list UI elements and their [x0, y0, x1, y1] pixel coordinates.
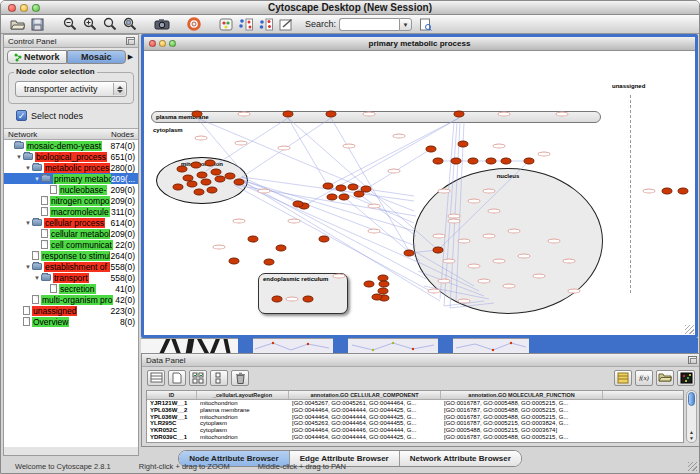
node-label-oval[interactable]: [438, 279, 451, 284]
zoom-selected-icon[interactable]: [121, 16, 138, 32]
expand-arrow-icon[interactable]: ▼: [33, 275, 41, 281]
node-label-oval[interactable]: [498, 112, 511, 117]
network-node[interactable]: [201, 179, 212, 186]
window-border[interactable]: [529, 338, 698, 353]
node-label-oval[interactable]: [533, 274, 546, 279]
network-node[interactable]: [272, 296, 283, 303]
frame-minimize-button[interactable]: [159, 40, 166, 47]
select-nodes-checkbox[interactable]: [16, 110, 27, 121]
window-border[interactable]: [438, 338, 453, 353]
tree-item[interactable]: multi-organism pro42(0): [4, 294, 138, 305]
network-node[interactable]: [372, 294, 383, 301]
node-label-oval[interactable]: [493, 144, 506, 149]
show-all-nodes-icon[interactable]: [257, 16, 274, 32]
node-label-oval[interactable]: [518, 254, 531, 259]
scroll-down-icon[interactable]: ▼: [689, 435, 694, 441]
column-header[interactable]: ID: [147, 391, 197, 399]
node-label-oval[interactable]: [508, 229, 521, 234]
expand-arrow-icon[interactable]: ▼: [24, 220, 32, 226]
network-node[interactable]: [177, 166, 188, 173]
tree-item[interactable]: secretion41(0): [4, 283, 138, 294]
node-label-oval[interactable]: [428, 289, 441, 294]
table-row[interactable]: YLR295Ccytoplasm[GO:0045263, GO:0044464,…: [147, 420, 683, 427]
network-node[interactable]: [234, 179, 245, 186]
network-node[interactable]: [319, 236, 330, 243]
node-label-oval[interactable]: [448, 219, 461, 224]
select-attributes-icon[interactable]: [189, 370, 207, 386]
search-input[interactable]: [339, 18, 399, 31]
network-node[interactable]: [303, 296, 314, 303]
advanced-search-icon[interactable]: [417, 16, 434, 32]
frame-close-button[interactable]: [149, 40, 156, 47]
node-label-oval[interactable]: [493, 259, 506, 264]
zoom-fit-icon[interactable]: [101, 16, 118, 32]
node-label-oval[interactable]: [368, 229, 381, 234]
network-node[interactable]: [173, 184, 184, 191]
function-builder-icon[interactable]: f(x): [635, 370, 653, 386]
network-node[interactable]: [336, 185, 347, 192]
network-node[interactable]: [197, 172, 208, 179]
attribute-matrix-icon[interactable]: [614, 370, 632, 386]
network-node[interactable]: [458, 141, 469, 148]
node-label-oval[interactable]: [235, 141, 248, 146]
network-node[interactable]: [468, 158, 479, 165]
network-node[interactable]: [211, 169, 222, 176]
scrollbar-arrows[interactable]: ▲▼: [687, 429, 696, 441]
node-label-oval[interactable]: [488, 209, 501, 214]
node-label-oval[interactable]: [343, 144, 356, 149]
network-node[interactable]: [323, 183, 334, 190]
network-node[interactable]: [225, 173, 236, 180]
import-attributes-folder-icon[interactable]: [656, 370, 674, 386]
app-resize-grip[interactable]: [688, 462, 697, 471]
vizmapper-icon[interactable]: [217, 16, 234, 32]
tree-item[interactable]: ▼biological_process651(0): [4, 151, 138, 162]
tree-item[interactable]: cell communicat22(0): [4, 239, 138, 250]
float-panel-icon[interactable]: [688, 356, 697, 364]
node-label-oval[interactable]: [483, 189, 496, 194]
help-lifebuoy-icon[interactable]: [185, 16, 202, 32]
network-node[interactable]: [283, 111, 294, 118]
node-label-oval[interactable]: [458, 299, 471, 304]
tree-item[interactable]: ▼establishment of lo558(0): [4, 261, 138, 272]
node-label-oval[interactable]: [468, 199, 481, 204]
node-label-oval[interactable]: [278, 146, 291, 151]
minimize-button[interactable]: [20, 4, 28, 12]
tree-item[interactable]: nitrogen compo209(0): [4, 195, 138, 206]
node-label-oval[interactable]: [368, 204, 381, 209]
snapshot-camera-icon[interactable]: [153, 16, 170, 32]
node-label-oval[interactable]: [538, 152, 551, 157]
zoom-out-icon[interactable]: [61, 16, 78, 32]
tree-item[interactable]: Overview8(0): [4, 316, 138, 327]
network-node[interactable]: [433, 158, 444, 165]
network-node[interactable]: [451, 158, 462, 165]
new-attribute-icon[interactable]: [168, 370, 186, 386]
network-node[interactable]: [379, 281, 390, 288]
node-label-oval[interactable]: [195, 136, 208, 141]
column-header[interactable]: annotation.GO MOLECULAR_FUNCTION: [441, 391, 603, 399]
tree-item[interactable]: nucleobase-209(0): [4, 184, 138, 195]
table-row[interactable]: YPL036W__2plasma membrane[GO:0044464, GO…: [147, 407, 683, 414]
node-label-oval[interactable]: [333, 274, 346, 279]
expand-arrow-icon[interactable]: ▼: [15, 154, 23, 160]
network-node[interactable]: [205, 160, 216, 167]
expand-arrow-icon[interactable]: ▼: [24, 264, 32, 270]
network-node[interactable]: [404, 250, 415, 257]
tree-item[interactable]: macromolecule311(0): [4, 206, 138, 217]
tree-item[interactable]: ▼primary metabo209(...: [4, 173, 138, 184]
table-row[interactable]: YJR121W__1mitochondrion[GO:0045267, GO:0…: [147, 400, 683, 407]
network-node[interactable]: [348, 184, 359, 191]
node-label-oval[interactable]: [238, 112, 251, 117]
network-node[interactable]: [678, 188, 689, 195]
network-window-preview[interactable]: [253, 338, 333, 353]
network-node[interactable]: [327, 194, 338, 201]
network-node[interactable]: [361, 186, 372, 193]
attribute-table-header[interactable]: ID_cellularLayoutRegionannotation.GO CEL…: [147, 391, 683, 400]
network-node[interactable]: [662, 188, 673, 195]
table-row[interactable]: YPL036W__1mitochondrion[GO:0044464, GO:0…: [147, 414, 683, 421]
network-node[interactable]: [264, 259, 275, 266]
logo-window-preview[interactable]: [141, 338, 238, 353]
tab-network[interactable]: Network: [7, 50, 67, 64]
network-node[interactable]: [486, 158, 497, 165]
zoom-in-icon[interactable]: [81, 16, 98, 32]
frame-zoom-button[interactable]: [169, 40, 176, 47]
